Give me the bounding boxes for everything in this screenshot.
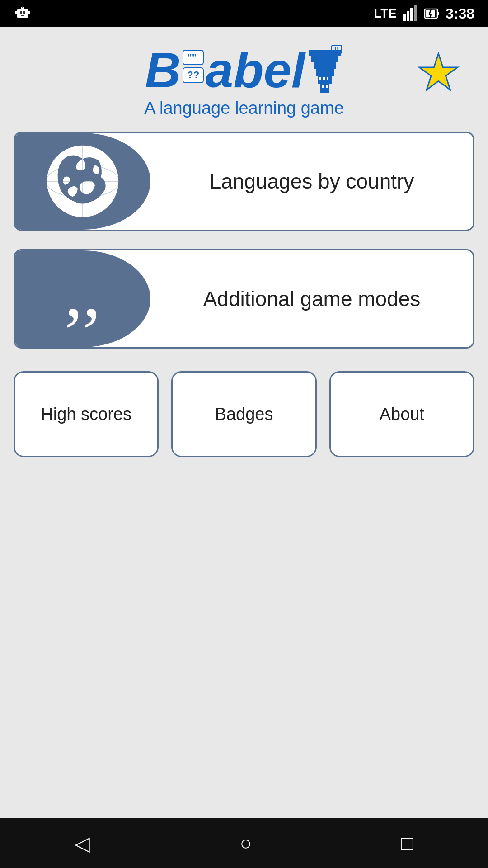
robot-icon [14,5,32,23]
languages-by-country-label: Languages by country [150,169,473,193]
svg-point-5 [22,6,23,8]
logo-bubbles: "" ?? [183,45,204,83]
header: B "" ?? abel [14,45,474,118]
bubble-2: ?? [183,67,204,83]
bubble-1: "" [183,50,204,65]
svg-rect-6 [15,11,17,14]
globe-icon-container [15,133,150,230]
logo-area: B "" ?? abel [144,45,344,118]
svg-rect-28 [323,77,325,80]
badges-label: Badges [215,405,273,424]
high-scores-label: High scores [41,405,131,424]
star-button[interactable]: ★ [411,45,465,99]
home-icon: ○ [239,832,252,854]
additional-game-modes-button[interactable]: ,, Additional game modes [14,249,474,349]
badges-button[interactable]: Badges [171,371,316,457]
svg-rect-29 [327,77,328,80]
recents-icon: □ [401,832,413,854]
globe-icon [42,141,123,222]
home-button[interactable]: ○ [239,832,252,854]
svg-rect-27 [319,77,321,80]
svg-rect-10 [410,8,413,21]
about-label: About [380,405,424,424]
recents-button[interactable]: □ [401,832,413,854]
babel-logo: B "" ?? abel [145,45,343,95]
time-display: 3:38 [446,5,474,22]
bottom-buttons-row: High scores Badges About [14,371,474,457]
signal-icon [402,5,418,22]
about-button[interactable]: About [329,371,474,457]
svg-marker-12 [414,5,417,21]
languages-by-country-button[interactable]: Languages by country [14,132,474,231]
nav-bar: ◁ ○ □ [0,818,488,868]
status-bar: LTE 3:38 [0,0,488,27]
battery-icon [424,5,440,22]
logo-abel: abel [206,45,305,95]
main-content: B "" ?? abel [0,27,488,818]
tower-icon: !! [307,45,343,95]
star-icon: ★ [416,47,461,97]
subtitle: A language learning game [144,99,344,118]
quotes-icon-container: ,, [15,250,150,347]
svg-rect-23 [311,56,338,62]
svg-rect-3 [21,15,24,16]
high-scores-button[interactable]: High scores [14,371,159,457]
svg-text:!!: !! [335,46,339,53]
svg-rect-25 [322,85,324,88]
svg-rect-22 [314,62,336,69]
status-right: LTE 3:38 [374,5,474,22]
svg-rect-1 [20,11,22,14]
additional-game-modes-label: Additional game modes [150,287,473,311]
lte-label: LTE [374,6,397,21]
quotes-icon: ,, [65,263,101,335]
svg-rect-0 [17,9,28,18]
status-bar-left [14,0,32,27]
svg-rect-21 [316,69,334,76]
back-icon: ◁ [75,832,90,854]
svg-rect-26 [326,85,328,88]
svg-rect-8 [403,14,406,21]
svg-rect-7 [28,11,30,14]
svg-rect-2 [23,11,25,14]
logo-b: B [145,45,181,95]
back-button[interactable]: ◁ [75,832,90,855]
svg-rect-14 [437,12,439,15]
svg-rect-9 [407,11,409,21]
